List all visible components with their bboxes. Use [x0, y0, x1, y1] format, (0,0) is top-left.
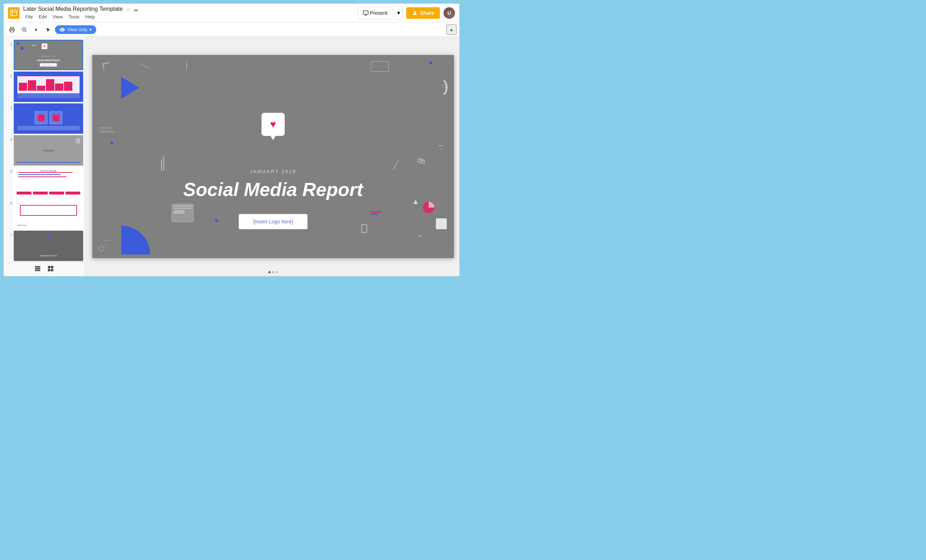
print-button[interactable] — [6, 24, 17, 35]
inner-window: Later Social Media Reporting Template ☆ … — [4, 4, 459, 276]
slide-date: JANUARY 2019 — [250, 169, 297, 174]
slide-thumb-6[interactable]: details here — [14, 199, 83, 229]
menu-view[interactable]: View — [50, 14, 65, 20]
app-window: Later Social Media Reporting Template ☆ … — [0, 0, 463, 280]
slide-thumb-1[interactable]: ♥ JANUARY 2019 Social Media Report [Inse… — [14, 40, 83, 70]
doc-title: Later Social Media Reporting Template — [23, 6, 123, 12]
nav-dot-3[interactable] — [275, 271, 278, 273]
slide-viewer: ♥ — [85, 37, 459, 276]
nav-dot-2[interactable] — [272, 271, 274, 273]
mini-slide-date-1: JANUARY 2019 — [14, 55, 82, 57]
slide-thumb-5[interactable]: INSTAGRAM — [14, 167, 83, 198]
slide-canvas: ♥ — [92, 55, 454, 258]
slide-label-stories: Instagram Stories — [14, 255, 82, 257]
slide-number-2: 2 — [5, 72, 12, 78]
slide-number-4: 4 — [5, 135, 12, 142]
svg-rect-16 — [48, 266, 51, 269]
slide-main-title: Social Media Report — [183, 179, 363, 200]
doc-title-area: Later Social Media Reporting Template ☆ … — [23, 6, 357, 20]
heart-bubble: ♥ — [262, 113, 284, 136]
svg-line-10 — [25, 31, 26, 32]
grid-view-button[interactable] — [47, 265, 54, 273]
slide-number-7: 7 — [5, 231, 12, 237]
share-label: Share — [420, 10, 434, 16]
slide-thumb-2[interactable] — [14, 72, 83, 102]
app-icon — [8, 7, 20, 19]
slide-number-5: 5 — [5, 167, 12, 174]
collapse-button[interactable]: ▲ — [446, 24, 457, 35]
svg-point-6 — [414, 11, 416, 13]
slide-thumb-4[interactable]: Instagram — [14, 135, 83, 166]
present-button[interactable]: Present — [357, 7, 393, 19]
mini-slide-logo-1: [Insert Logo here] — [40, 63, 57, 66]
doc-icons: ☆ ☁ — [126, 6, 139, 13]
slides-panel: 1 ♥ JANUARY 2019 Social Media Report [In… — [4, 37, 85, 276]
slide-item-2[interactable]: 2 — [5, 72, 83, 102]
main-content: 1 ♥ JANUARY 2019 Social Media Report [In… — [4, 37, 459, 276]
zoom-group: ▾ — [19, 24, 41, 35]
mini-slide-title-1: Social Media Report — [14, 59, 82, 62]
slide-number-6: 6 — [5, 199, 12, 205]
menu-edit[interactable]: Edit — [36, 14, 49, 20]
slide-item-1[interactable]: 1 ♥ JANUARY 2019 Social Media Report [In… — [5, 40, 83, 70]
cloud-icon: ☁ — [133, 6, 139, 13]
star-icon[interactable]: ☆ — [126, 6, 130, 13]
share-button[interactable]: Share — [406, 7, 440, 19]
svg-rect-19 — [51, 269, 53, 272]
slide-number-1: 1 — [5, 40, 12, 46]
doc-title-row: Later Social Media Reporting Template ☆ … — [23, 6, 357, 13]
svg-rect-15 — [35, 270, 41, 271]
toolbar: ▾ View only ▾ ▲ — [4, 23, 459, 37]
slide-label-instagram: Instagram — [43, 149, 54, 152]
zoom-button[interactable] — [19, 24, 30, 35]
view-only-button[interactable]: View only ▾ — [55, 25, 96, 34]
slides-bottom — [4, 262, 85, 276]
slide-logo-box[interactable]: [Insert Logo here] — [239, 214, 307, 229]
zoom-dropdown[interactable]: ▾ — [30, 24, 41, 35]
present-label: Present — [370, 10, 387, 16]
slide-item-6[interactable]: 6 details here — [5, 199, 83, 229]
slide-nav — [268, 271, 278, 273]
slide-item-4[interactable]: 4 Instagram — [5, 135, 83, 166]
menu-tools[interactable]: Tools — [66, 14, 82, 20]
user-avatar[interactable]: U — [443, 7, 455, 19]
slides-list: 1 ♥ JANUARY 2019 Social Media Report [In… — [4, 37, 85, 262]
slide-item-3[interactable]: 3 — [5, 103, 83, 134]
present-dropdown[interactable]: ▾ — [395, 6, 402, 20]
view-only-label: View only — [67, 27, 87, 32]
svg-rect-13 — [35, 266, 41, 267]
svg-rect-17 — [51, 266, 53, 269]
list-view-button[interactable] — [34, 265, 41, 273]
menu-help[interactable]: Help — [83, 14, 97, 20]
slide-item-5[interactable]: 5 INSTAGRAM — [5, 167, 83, 198]
svg-rect-14 — [35, 268, 41, 269]
cursor-button[interactable] — [43, 24, 53, 35]
menu-file[interactable]: File — [23, 14, 35, 20]
view-only-dropdown-icon: ▾ — [89, 27, 92, 32]
slide-thumb-7[interactable]: Instagram Stories — [14, 231, 83, 261]
nav-dot-1[interactable] — [268, 271, 271, 273]
header: Later Social Media Reporting Template ☆ … — [4, 4, 459, 23]
slide-logo-text: [Insert Logo here] — [253, 219, 293, 225]
slide-thumb-3[interactable] — [14, 103, 83, 134]
slide-number-3: 3 — [5, 103, 12, 110]
svg-rect-3 — [363, 11, 368, 14]
slide-item-7[interactable]: 7 Instagram Stories — [5, 231, 83, 261]
svg-rect-0 — [11, 10, 17, 15]
svg-rect-8 — [11, 30, 14, 32]
header-right: Present ▾ Share U — [357, 6, 455, 20]
menu-bar: File Edit View Tools Help — [23, 14, 357, 20]
svg-rect-18 — [48, 269, 51, 272]
